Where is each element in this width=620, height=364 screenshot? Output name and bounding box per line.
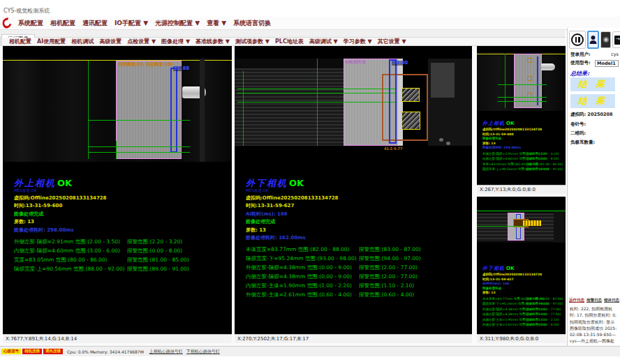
elapsed-line: 图像处理耗时: 162.00ms [246,236,469,241]
process-done-line: 图像处理完成 [482,287,564,291]
time-line: 时间:13-31-59-600 [482,133,564,137]
time-line: 时间:13-31-59-600 [14,204,229,208]
menu-item[interactable]: 系统配置 [15,19,47,28]
measurement-row: 外侧左胶-隔膜=2.91mm 范围:(2.00 - 3.50)报警范围:(2.2… [482,153,564,156]
pin-number-label: 卷针号: [570,121,586,128]
pixel-status-bar: X:267;Y:13;R:0;G:0;B:0 [477,185,566,194]
measurement-row: 外侧左胶-隔膜=4.38mm 范围:(0.00 - 9.00)报警范围:(2.0… [246,265,469,271]
camera-image-view[interactable]: 20.80 AI检测区域 41.5 0.77 [235,59,472,162]
grid-line [243,71,244,146]
result-text-block: 外下相机OK 虚拟码:Offline20250208133134728 时间:1… [482,261,564,327]
statusbar-links: 上相机心跳信号灯下相机心跳信号灯 [146,349,220,355]
measure-note: 41.5 0.77 [384,147,402,151]
window-titlebar: CYS-视觉检测系统 [0,6,620,17]
statusbar-link[interactable]: 上相机心跳信号灯 [149,349,183,355]
log-tab[interactable]: 错误日志 [604,298,619,303]
menu-item[interactable]: 查看 ▼ [203,19,230,28]
menu-item[interactable]: 点检设置 ▼ [124,38,158,45]
menu-item[interactable]: 相机调试 [68,38,96,45]
measurement-row: 内侧左胶-隔膜=4.60mm 范围:(3.00 - 6.00)报警范围:(0.0… [14,248,229,254]
threshold-note: 拍照阈值:93, 动态阈值:100 [119,62,173,66]
camera-panel-small-bottom: 外下相机OK 虚拟码:Offline20250208133134728 时间:1… [477,197,566,343]
camera-name: 外下相机 [246,178,288,188]
ai-elapsed-line: AI耗时(ms): 166 [246,212,469,217]
camera-panel-upper-outer: 拍照阈值:93, 动态阈值:100 81.88 外上相机OK MES发送:OK … [3,46,232,343]
measurement-row: 隔膜宽度-上=90.56mm 范围:(88.00 - 92.00)报警范围:(8… [482,168,564,172]
grid-line [237,102,397,103]
frame-count-line: 屏数: 13 [14,220,229,225]
time-line: 时间:13-31-59-627 [482,278,564,282]
indicator-button[interactable] [600,31,611,48]
tab-detect-box [401,88,420,102]
camera-image-view[interactable] [477,211,566,243]
grid-line [116,141,117,159]
grid-line [498,101,547,102]
measurement-row: 本体宽度=83.77mm 范围:(82.00 - 88.00)报警范围:(83.… [246,247,469,252]
grid-line [477,226,526,227]
measurement-row: 宽度=83.05mm 范围:(80.00 - 86.00)报警范围:(81.00… [482,163,564,167]
pixel-status-bar: X:270;Y:2502;R:17;G:17;B:17 [235,334,472,343]
status-bar: 心跳信号相机连接通讯连接 Cpu: 0.0% Memory: 3424.4179… [0,346,620,356]
time-line: 时间:13-31-59-627 [246,204,469,208]
exit-button[interactable] [612,31,620,48]
login-user-row: 登录用户: cys [570,52,619,58]
menu-item[interactable]: 基准线参数 ▼ [193,38,232,45]
menu-item[interactable]: 其它设置 ▼ [375,38,409,45]
log-tab[interactable]: 运行日志 [569,298,584,303]
measurement-rows: 本体宽度=83.77mm 范围:(82.00 - 88.00)报警范围:(83.… [482,298,564,327]
status-ok: OK [506,121,514,126]
grid-line [237,89,397,89]
menu-item[interactable]: 系统语言切换 [230,19,274,28]
cpu-memory-text: Cpu: 0.0% Memory: 3424.4179687M [67,349,144,354]
menu-item[interactable]: 相机配置 [6,38,34,45]
menu-items: 系统配置相机配置通讯配置IO手配置 ▼光源控制配置 ▼查看 ▼系统语言切换 [15,19,274,28]
measurement-rows: 外侧左胶-隔膜=2.91mm 范围:(2.00 - 3.50)报警范围:(2.2… [482,153,564,172]
camera-title: 外上相机OK [14,177,229,188]
result-text-block: 外上相机OK 虚拟码:Offline20250208133134728 时间:1… [482,116,564,172]
machine-detail [439,138,443,142]
menu-item[interactable]: 学习参数 ▼ [341,38,375,45]
result-box-2: 结 果 [570,94,615,108]
camera-panel-lower-outer: 20.80 AI检测区域 41.5 0.77 外下相机OK MES发送:OK 虚… [235,46,472,343]
menu-item[interactable]: 高级调试 ▼ [307,38,341,45]
measurement-row: 内侧左胶-主体=1.90mm 范围:(1.00 - 2.20)报警范围:(1.1… [482,319,564,322]
menu-item[interactable]: 相机配置 [47,19,79,28]
menu-item[interactable]: AI使用配置 [34,38,68,45]
user-button[interactable] [587,31,599,49]
barcode-line: 虚拟码:Offline20250208133134728 [246,196,469,201]
measure-marker [527,58,532,63]
measurement-row: 宽度=83.05mm 范围:(80.00 - 86.00)报警范围:(81.00… [14,257,229,263]
main-area: 拍照阈值:93, 动态阈值:100 81.88 外上相机OK MES发送:OK … [0,46,567,346]
menu-item[interactable]: 光源控制配置 ▼ [152,19,203,28]
measure-value-label: 81.88 [173,66,190,71]
statusbar-link[interactable]: 下相机心跳信号灯 [186,349,220,355]
log-tab[interactable]: 报警日志 [586,298,602,303]
electrode-tab [541,63,555,70]
camera-image-view[interactable]: 拍照阈值:93, 动态阈值:100 81.88 [3,59,232,162]
model-row: 使用型号: Model1 [570,60,619,67]
toolbar: 相机配置AI使用配置相机调试高级设置点检设置 ▼图像处理 ▼基准线参数 ▼测试项… [0,38,566,46]
grid-line [88,120,190,121]
measurement-rows: 本体宽度=83.77mm 范围:(82.00 - 88.00)报警范围:(83.… [246,247,469,298]
menu-item[interactable]: IO手配置 ▼ [111,19,152,28]
result-text-block: 外上相机OK MES发送:OK 虚拟码:Offline2025020813313… [14,177,229,271]
camera-image-view[interactable] [477,52,566,111]
menu-item[interactable]: 高级设置 [96,38,124,45]
status-badge: 心跳信号 [1,349,21,354]
process-done-line: 图像处理完成 [14,212,229,217]
status-ok: OK [289,178,304,188]
grid-line [88,146,190,147]
model-input[interactable]: Model1 [595,60,619,67]
menu-item[interactable]: 通讯配置 [79,19,111,28]
menu-item[interactable]: 图像处理 ▼ [158,38,193,45]
measure-box [170,68,177,153]
menu-item[interactable]: 测试项参数 ▼ [232,38,272,45]
frame-count-line: 屏数: 13 [482,291,564,295]
pause-button[interactable] [569,31,586,49]
menu-item[interactable]: PLC地址表 [272,38,307,45]
control-buttons [569,31,620,49]
control-panel: 登录用户: cys 使用型号: Model1 总结果: 结 果 结 果 虚拟码:… [567,28,620,354]
grid-line [88,152,190,153]
tab-row: 运行图像 [0,30,566,38]
process-done-line: 图像处理完成 [246,220,469,225]
